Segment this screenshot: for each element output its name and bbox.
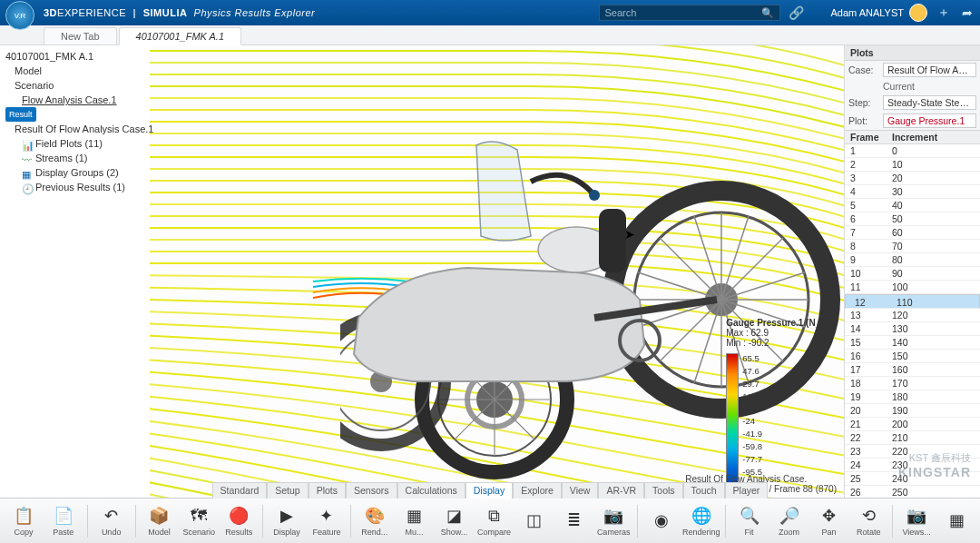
ar-button[interactable]: ◉: [642, 500, 681, 542]
tree-model[interactable]: Model: [5, 64, 144, 78]
table-row[interactable]: 10: [845, 144, 980, 158]
table-row[interactable]: 19180: [845, 390, 980, 404]
search-input[interactable]: Search 🔍: [599, 5, 780, 21]
color-legend: Gauge Pressure.1 (N_m2) Max : 62.9 Min :…: [726, 318, 837, 489]
results-icon: 🔴: [228, 505, 250, 527]
table-row[interactable]: 320: [845, 172, 980, 185]
copy-icon: 📋: [13, 505, 34, 527]
table-row[interactable]: 760: [845, 226, 980, 240]
toolbar-tab-display[interactable]: Display: [466, 482, 513, 499]
tree-streams[interactable]: 〰Streams (1): [5, 151, 144, 165]
link-icon[interactable]: 🔗: [789, 5, 804, 20]
feature-icon: ✦: [316, 505, 338, 527]
feature-button[interactable]: ✦Feature: [307, 500, 347, 542]
table-row[interactable]: 22210: [845, 431, 980, 445]
table-row[interactable]: 20190: [845, 404, 980, 418]
table-row[interactable]: 870: [845, 240, 980, 253]
display-button[interactable]: ▶Display: [267, 500, 307, 542]
fit-icon: 🔍: [739, 505, 760, 527]
table-row[interactable]: 11100: [845, 281, 980, 294]
ar-icon: ◉: [651, 509, 672, 531]
copy-button[interactable]: 📋Copy: [4, 500, 44, 542]
compare-button[interactable]: ⧉Compare: [474, 500, 514, 542]
table-row[interactable]: 650: [845, 212, 980, 226]
cameras-icon: 📷: [603, 505, 624, 527]
table-row[interactable]: 15140: [845, 336, 980, 350]
table-row[interactable]: 14130: [845, 322, 980, 336]
tree-field-plots[interactable]: 📊Field Plots (11): [5, 136, 144, 151]
toolbar-tab-plots[interactable]: Plots: [309, 482, 346, 499]
toolbar-tabs: StandardSetupPlotsSensorsCalculationsDis…: [0, 482, 980, 499]
undo-button[interactable]: ↶Undo: [92, 500, 132, 542]
table-row[interactable]: 16150: [845, 350, 980, 363]
history-icon: 🕘: [22, 182, 33, 193]
grid-button[interactable]: ▦: [936, 500, 976, 542]
tab-new[interactable]: New Tab: [44, 27, 117, 44]
model-button[interactable]: 📦Model: [139, 500, 179, 542]
split-icon: ◫: [523, 509, 544, 531]
tree-result-tag[interactable]: Result: [5, 107, 144, 122]
toolbar-tab-ar-vr[interactable]: AR-VR: [598, 482, 644, 499]
case-select[interactable]: Result Of Flow Analysis ...: [883, 63, 976, 77]
split-button[interactable]: ◫: [514, 500, 554, 542]
rotate-button[interactable]: ⟲Rotate: [848, 500, 888, 542]
tree-prev-results[interactable]: 🕘Previous Results (1): [5, 180, 144, 194]
groups-icon: ▦: [22, 167, 33, 178]
toolbar-tab-sensors[interactable]: Sensors: [346, 482, 397, 499]
toolbar-tab-setup[interactable]: Setup: [267, 482, 308, 499]
watermark: KST 鑫辰科技 KINGSTAR: [898, 451, 971, 479]
tree-root[interactable]: 40107001_FMK A.1: [5, 49, 144, 64]
views-icon: 📷: [906, 505, 927, 527]
table-row[interactable]: 18170: [845, 377, 980, 390]
add-icon[interactable]: ＋: [936, 5, 951, 20]
tree-flow-case[interactable]: Flow Analysis Case.1: [5, 93, 144, 107]
toolbar-tab-standard[interactable]: Standard: [212, 482, 268, 499]
user-menu[interactable]: Adam ANALYST: [831, 4, 928, 22]
render-button[interactable]: 🎨Rend...: [355, 500, 395, 542]
cameras-button[interactable]: 📷Cameras: [593, 500, 633, 542]
streams-icon: 〰: [22, 153, 33, 163]
layers-button[interactable]: ≣: [554, 500, 593, 542]
rendering-button[interactable]: 🌐Rendering: [681, 500, 721, 542]
toolbar-tab-explore[interactable]: Explore: [513, 482, 562, 499]
toolbar-tab-calculations[interactable]: Calculations: [397, 482, 466, 499]
toolbar-tab-player[interactable]: Player: [725, 482, 769, 499]
colorbar: [726, 353, 739, 489]
compass-icon[interactable]: V.R: [5, 1, 34, 30]
views-button[interactable]: 📷Views...: [897, 500, 936, 542]
tree-scenario[interactable]: Scenario: [5, 78, 144, 93]
results-button[interactable]: 🔴Results: [219, 500, 259, 542]
table-row[interactable]: 13120: [845, 309, 980, 322]
step-select[interactable]: Steady-State Step.1: [883, 95, 976, 110]
tab-active[interactable]: 40107001_FMK A.1: [119, 27, 241, 45]
plot-select[interactable]: Gauge Pressure.1: [883, 114, 976, 128]
tree-result-of[interactable]: Result Of Flow Analysis Case.1: [5, 122, 144, 136]
show-button[interactable]: ◪Show...: [435, 500, 475, 542]
table-row[interactable]: 1090: [845, 267, 980, 281]
fit-button[interactable]: 🔍Fit: [730, 500, 769, 542]
display-icon: ▶: [276, 505, 298, 527]
toolbar-tab-tools[interactable]: Tools: [644, 482, 683, 499]
table-row[interactable]: 210: [845, 158, 980, 172]
table-row[interactable]: 17160: [845, 363, 980, 377]
render-icon: 🎨: [364, 505, 386, 527]
table-row[interactable]: 540: [845, 199, 980, 212]
share-icon[interactable]: ➦: [960, 5, 975, 20]
zoom-button[interactable]: 🔎Zoom: [769, 500, 809, 542]
tree-display-groups[interactable]: ▦Display Groups (2): [5, 165, 144, 180]
field-plot-icon: 📊: [22, 138, 33, 149]
table-row[interactable]: 12110: [845, 294, 980, 309]
show-icon: ◪: [444, 505, 466, 527]
table-row[interactable]: 980: [845, 253, 980, 267]
3d-viewport[interactable]: Gauge Pressure.1 (N_m2) Max : 62.9 Min :…: [150, 45, 844, 498]
toolbar-tab-view[interactable]: View: [562, 482, 599, 499]
table-row[interactable]: 21200: [845, 418, 980, 431]
rendering-icon: 🌐: [691, 505, 712, 527]
search-icon: 🔍: [761, 7, 774, 19]
scenario-button[interactable]: 🗺Scenario: [179, 500, 219, 542]
table-row[interactable]: 430: [845, 185, 980, 199]
toolbar-tab-touch[interactable]: Touch: [683, 482, 725, 499]
pan-button[interactable]: ✥Pan: [808, 500, 848, 542]
paste-button[interactable]: 📄Paste: [44, 500, 83, 542]
multi-button[interactable]: ▦Mu...: [395, 500, 435, 542]
